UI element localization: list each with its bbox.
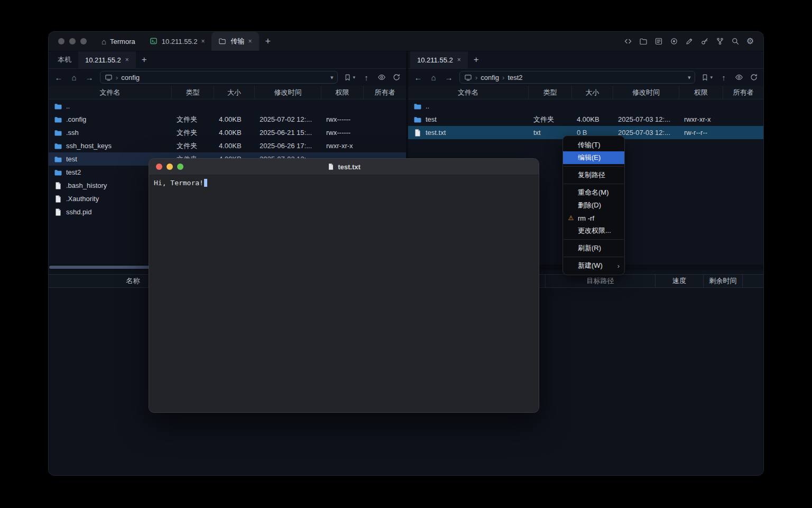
- chevron-down-icon[interactable]: ▾: [330, 74, 334, 81]
- editor-content[interactable]: Hi, Termora!: [149, 175, 539, 412]
- file-type: 文件夹: [172, 128, 214, 138]
- table-row[interactable]: ssh_host_keys 文件夹 4.00KB 2025-06-26 17:.…: [49, 139, 406, 152]
- gear-icon[interactable]: ⚙: [746, 37, 754, 46]
- tab-remote-label: 10.211.55.2: [417, 56, 453, 64]
- upload-icon[interactable]: ↑: [719, 74, 728, 81]
- pencil-icon[interactable]: [685, 37, 694, 46]
- column-header-modified[interactable]: 修改时间: [613, 86, 679, 99]
- table-row[interactable]: .config 文件夹 4.00KB 2025-07-02 12:... rwx…: [49, 113, 406, 126]
- new-panel-tab-button[interactable]: +: [136, 51, 153, 68]
- new-panel-tab-button[interactable]: +: [468, 51, 485, 68]
- transfer-column-stub: [743, 275, 763, 287]
- editor-window-controls[interactable]: [149, 164, 183, 170]
- menu-item-delete[interactable]: 删除(D): [563, 199, 624, 212]
- tab-remote-right[interactable]: 10.211.55.2 ×: [410, 51, 468, 68]
- forward-icon[interactable]: →: [444, 74, 454, 81]
- transfer-column-target[interactable]: 目标路径: [546, 275, 656, 287]
- upload-icon[interactable]: ↑: [362, 74, 371, 81]
- file-name: ..: [66, 102, 70, 110]
- titlebar: ⌂ Termora 10.211.55.2 × 传输 × +: [49, 32, 763, 51]
- transfer-column-speed[interactable]: 速度: [656, 275, 704, 287]
- close-window-icon[interactable]: [58, 38, 64, 44]
- column-header-type[interactable]: 类型: [172, 86, 214, 99]
- column-header-type[interactable]: 类型: [529, 86, 572, 99]
- file-perm: rwx------: [321, 115, 364, 123]
- back-icon[interactable]: ←: [54, 74, 63, 81]
- menu-item-rename[interactable]: 重命名(M): [563, 186, 624, 199]
- table-row[interactable]: ..: [408, 99, 763, 113]
- file-perm: rwx------: [321, 129, 364, 137]
- column-header-name[interactable]: 文件名: [408, 86, 529, 99]
- bookmark-icon: [701, 74, 709, 81]
- table-row[interactable]: ..: [49, 99, 406, 113]
- column-header-modified[interactable]: 修改时间: [255, 86, 321, 99]
- menu-item-edit[interactable]: 编辑(E): [563, 151, 624, 164]
- tab-host[interactable]: 10.211.55.2 ×: [143, 32, 212, 51]
- close-tab-icon[interactable]: ×: [248, 38, 252, 44]
- bookmark-dropdown[interactable]: ▾: [344, 74, 355, 81]
- file-size: 4.00KB: [214, 129, 255, 137]
- tab-home[interactable]: ⌂ Termora: [94, 32, 143, 51]
- refresh-icon[interactable]: [392, 73, 401, 81]
- transfer-column-remaining[interactable]: 剩余时间: [704, 275, 743, 287]
- crumb-segment[interactable]: config: [121, 74, 140, 81]
- column-header-size[interactable]: 大小: [214, 86, 255, 99]
- refresh-icon[interactable]: [750, 73, 758, 81]
- minimize-window-icon[interactable]: [69, 38, 76, 44]
- table-row[interactable]: .ssh 文件夹 4.00KB 2025-06-21 15:... rwx---…: [49, 126, 406, 139]
- close-tab-icon[interactable]: ×: [457, 57, 461, 63]
- menu-item-copy-path[interactable]: 复制路径: [563, 169, 624, 182]
- show-hidden-icon[interactable]: [735, 73, 743, 81]
- minimize-window-icon[interactable]: [167, 164, 173, 170]
- folder-icon: [54, 168, 62, 177]
- file-modified: 2025-07-03 12:...: [613, 115, 679, 123]
- show-hidden-icon[interactable]: [377, 73, 386, 81]
- home-icon[interactable]: ⌂: [429, 74, 438, 81]
- tab-transfer[interactable]: 传输 ×: [211, 32, 259, 51]
- home-icon[interactable]: ⌂: [69, 74, 79, 81]
- menu-item-new[interactable]: 新建(W)›: [563, 259, 624, 272]
- crumb-segment[interactable]: test2: [508, 74, 522, 81]
- new-tab-button[interactable]: +: [259, 32, 278, 51]
- menu-item-rm-rf[interactable]: ⚠rm -rf: [563, 212, 624, 224]
- zoom-window-icon[interactable]: [80, 38, 87, 44]
- folder-icon[interactable]: [639, 37, 648, 46]
- file-modified: 2025-06-26 17:...: [255, 142, 321, 150]
- close-tab-icon[interactable]: ×: [125, 57, 129, 63]
- column-header-name[interactable]: 文件名: [49, 86, 172, 99]
- forward-icon[interactable]: →: [85, 74, 94, 81]
- column-header-perm[interactable]: 权限: [321, 86, 364, 99]
- window-controls[interactable]: [49, 32, 94, 51]
- file-name: test2: [66, 168, 81, 176]
- key-icon[interactable]: [700, 37, 709, 46]
- search-icon[interactable]: [731, 37, 740, 46]
- menu-item-transfer[interactable]: 传输(T): [563, 139, 624, 151]
- file-modified: 2025-07-02 12:...: [255, 115, 321, 123]
- desktop: ⌂ Termora 10.211.55.2 × 传输 × +: [0, 0, 812, 508]
- chevron-down-icon[interactable]: ▾: [688, 74, 691, 81]
- close-window-icon[interactable]: [156, 164, 162, 170]
- column-header-owner[interactable]: 所有者: [723, 86, 763, 99]
- menu-item-refresh[interactable]: 刷新(R): [563, 242, 624, 255]
- column-header-size[interactable]: 大小: [572, 86, 613, 99]
- fork-icon[interactable]: [716, 37, 724, 46]
- log-icon[interactable]: [654, 37, 663, 46]
- crumb-segment[interactable]: config: [481, 74, 499, 81]
- close-tab-icon[interactable]: ×: [201, 38, 205, 44]
- menu-separator: [564, 184, 624, 184]
- menu-item-change-permissions[interactable]: 更改权限...: [563, 224, 624, 237]
- column-header-owner[interactable]: 所有者: [364, 86, 406, 99]
- code-icon[interactable]: [624, 37, 632, 46]
- host-icon: [150, 37, 158, 46]
- bookmark-dropdown[interactable]: ▾: [701, 74, 713, 81]
- breadcrumb[interactable]: › config › test2 ▾: [459, 71, 695, 84]
- crumb-separator: ›: [116, 74, 118, 81]
- back-icon[interactable]: ←: [413, 74, 423, 81]
- record-icon[interactable]: [670, 37, 678, 46]
- breadcrumb[interactable]: › config ▾: [100, 71, 338, 84]
- column-header-perm[interactable]: 权限: [679, 86, 723, 99]
- tab-local[interactable]: 本机: [51, 51, 78, 68]
- tab-remote-left[interactable]: 10.211.55.2 ×: [78, 51, 136, 68]
- zoom-window-icon[interactable]: [177, 164, 183, 170]
- table-row[interactable]: test 文件夹 4.00KB 2025-07-03 12:... rwxr-x…: [408, 113, 763, 126]
